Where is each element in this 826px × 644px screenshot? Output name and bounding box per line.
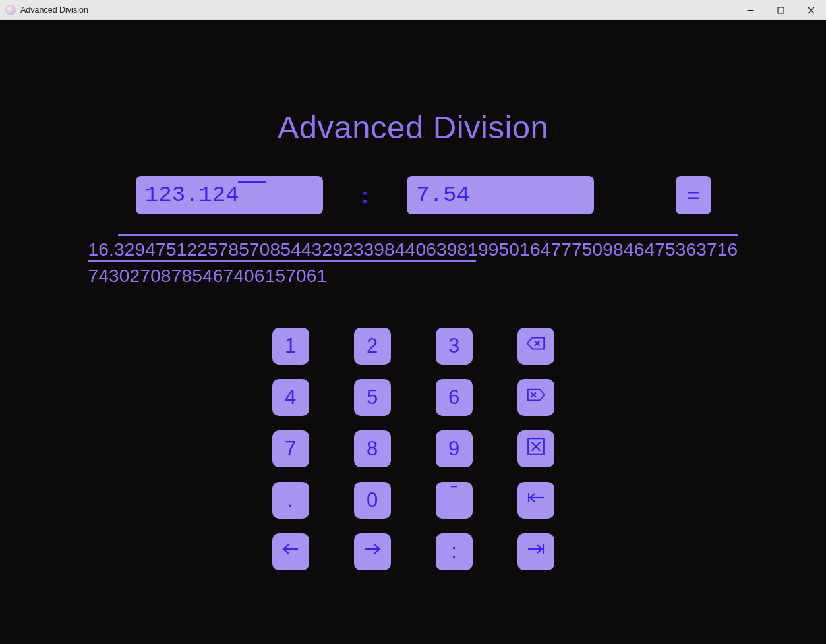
key-1[interactable]: 1 [272,328,309,365]
key-9[interactable]: 9 [436,430,473,467]
result-line-1: 16.3294751225785708544329233984406398199… [88,239,686,260]
window-title: Advanced Division [20,5,88,15]
input-row: : = [0,176,826,214]
key-right[interactable] [354,533,391,570]
key-overline[interactable]: ‾ [436,482,473,519]
key-6[interactable]: 6 [436,379,473,416]
result-underline-icon [88,260,476,262]
division-operator-label: : [361,183,369,208]
app-icon [5,5,16,15]
page-title: Advanced Division [0,20,826,146]
keypad: 1 2 3 4 5 6 7 8 9 . 0 ‾ [250,328,577,570]
result-text: 16.3294751225785708544329233984406398199… [88,237,738,289]
key-dot[interactable]: . [272,482,309,519]
key-clear[interactable] [517,430,554,467]
backspace-icon [526,334,546,359]
key-0[interactable]: 0 [354,482,391,519]
arrow-left-icon [281,539,301,564]
arrow-right-icon [363,539,382,564]
key-2[interactable]: 2 [354,328,391,365]
dividend-field-wrap [136,176,323,214]
key-left[interactable] [272,533,309,570]
key-backspace[interactable] [517,328,554,365]
svg-rect-1 [778,7,784,13]
result-overline-icon [118,234,738,236]
minimize-button[interactable] [735,0,765,20]
window-titlebar: Advanced Division [0,0,826,20]
dividend-input[interactable] [136,176,323,214]
close-button[interactable] [796,0,826,20]
key-5[interactable]: 5 [354,379,391,416]
key-7[interactable]: 7 [272,430,309,467]
arrow-bar-right-icon [526,539,546,564]
equals-label: = [687,183,700,208]
delete-forward-icon [526,385,546,410]
app-body: Advanced Division : = 16.329475122578570… [0,20,826,644]
divisor-input[interactable] [407,176,594,214]
key-3[interactable]: 3 [436,328,473,365]
result-block: 16.3294751225785708544329233984406398199… [88,237,738,289]
window-controls [735,0,826,20]
clear-icon [526,436,546,461]
key-colon[interactable]: : [436,533,473,570]
repeating-overline-icon [238,181,266,183]
maximize-button[interactable] [765,0,796,20]
key-end[interactable] [517,533,554,570]
arrow-bar-left-icon [526,488,546,513]
overline-label: ‾ [452,484,457,503]
equals-button[interactable]: = [676,176,711,214]
key-8[interactable]: 8 [354,430,391,467]
key-4[interactable]: 4 [272,379,309,416]
key-delete-forward[interactable] [517,379,554,416]
key-home[interactable] [517,482,554,519]
divisor-field-wrap [407,176,594,214]
